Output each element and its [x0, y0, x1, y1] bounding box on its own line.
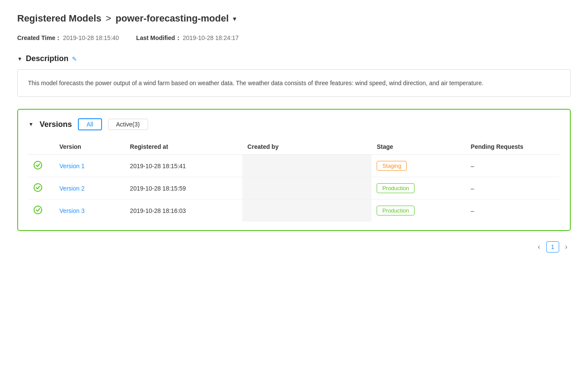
description-collapse-arrow[interactable]: ▼ [17, 56, 22, 62]
row-registered-at: 2019-10-28 18:16:03 [125, 200, 242, 222]
row-check-icon [28, 155, 54, 177]
tab-active[interactable]: Active(3) [108, 119, 148, 130]
row-created-by [242, 155, 371, 177]
row-stage: Production [371, 177, 465, 200]
svg-point-2 [34, 206, 42, 214]
pagination-next[interactable]: › [562, 241, 571, 253]
svg-point-0 [34, 161, 42, 169]
metadata-row: Created Time： 2019-10-28 18:15:40 Last M… [17, 34, 571, 42]
pagination-current[interactable]: 1 [546, 241, 559, 253]
row-stage: Production [371, 200, 465, 222]
svg-point-1 [34, 184, 42, 191]
row-check-icon [28, 200, 54, 222]
row-version-link[interactable]: Version 1 [54, 155, 125, 177]
pagination: ‹ 1 › [17, 241, 571, 253]
row-pending-requests: – [466, 200, 560, 222]
stage-badge: Production [377, 183, 415, 193]
versions-header: ▼ Versions All Active(3) [28, 118, 560, 130]
versions-section: ▼ Versions All Active(3) Version Registe… [17, 109, 571, 231]
last-modified-value: 2019-10-28 18:24:17 [183, 34, 238, 41]
page-header: Registered Models > power-forecasting-mo… [17, 13, 571, 24]
row-version-link[interactable]: Version 3 [54, 200, 125, 222]
description-text: This model forecasts the power output of… [17, 69, 571, 97]
versions-collapse-arrow[interactable]: ▼ [28, 121, 34, 127]
description-section-header: ▼ Description ✎ [17, 54, 571, 63]
table-header-row: Version Registered at Created by Stage P… [28, 139, 560, 155]
row-pending-requests: – [466, 177, 560, 200]
col-header-createdby: Created by [242, 139, 371, 155]
created-time-label: Created Time： [17, 34, 61, 41]
col-header-version: Version [54, 139, 125, 155]
tab-all[interactable]: All [78, 118, 102, 130]
description-title: Description [26, 54, 68, 63]
versions-table: Version Registered at Created by Stage P… [28, 139, 560, 222]
table-row: Version 12019-10-28 18:15:41Staging– [28, 155, 560, 177]
versions-title: Versions [40, 120, 72, 129]
row-version-link[interactable]: Version 2 [54, 177, 125, 200]
row-pending-requests: – [466, 155, 560, 177]
pagination-prev[interactable]: ‹ [535, 241, 544, 253]
stage-badge: Staging [377, 161, 407, 171]
breadcrumb-registered[interactable]: Registered Models [17, 13, 102, 24]
created-time-value: 2019-10-28 18:15:40 [63, 34, 119, 41]
breadcrumb-model: power-forecasting-model [115, 13, 229, 24]
table-row: Version 32019-10-28 18:16:03Production– [28, 200, 560, 222]
row-registered-at: 2019-10-28 18:15:59 [125, 177, 242, 200]
col-header-stage: Stage [371, 139, 465, 155]
col-header-icon [28, 139, 54, 155]
row-check-icon [28, 177, 54, 200]
col-header-registered: Registered at [125, 139, 242, 155]
stage-badge: Production [377, 206, 415, 216]
model-dropdown-arrow[interactable]: ▾ [233, 15, 236, 23]
row-created-by [242, 177, 371, 200]
breadcrumb-separator: > [106, 13, 111, 24]
description-edit-icon[interactable]: ✎ [72, 55, 77, 62]
row-registered-at: 2019-10-28 18:15:41 [125, 155, 242, 177]
col-header-pending: Pending Requests [466, 139, 560, 155]
table-row: Version 22019-10-28 18:15:59Production– [28, 177, 560, 200]
last-modified-label: Last Modified： [136, 34, 181, 41]
row-created-by [242, 200, 371, 222]
row-stage: Staging [371, 155, 465, 177]
